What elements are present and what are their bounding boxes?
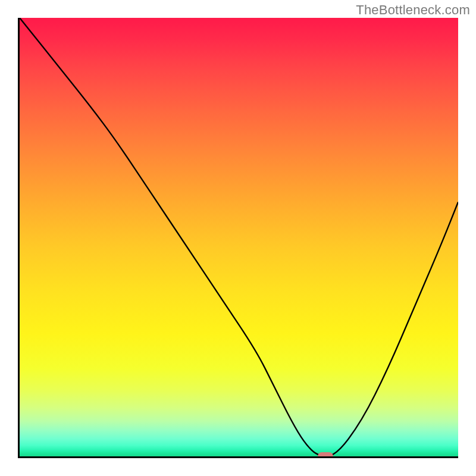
curve-svg bbox=[20, 18, 458, 456]
watermark-text: TheBottleneck.com bbox=[356, 2, 470, 18]
optimal-marker bbox=[318, 452, 333, 458]
plot-area bbox=[18, 18, 458, 458]
chart-container: TheBottleneck.com bbox=[0, 0, 476, 476]
bottleneck-curve bbox=[20, 18, 458, 456]
